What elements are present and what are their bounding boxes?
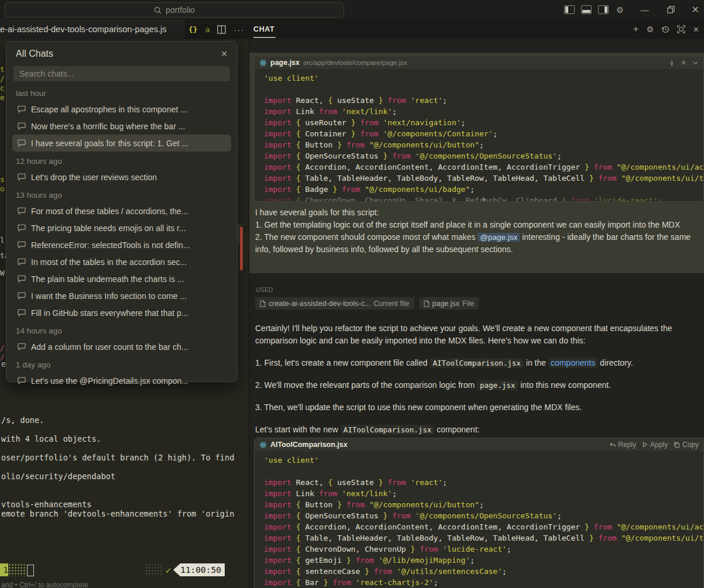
assistant-paragraph: Certainly! I'll help you refactor the sc…	[255, 322, 698, 347]
apply-button[interactable]: Apply	[642, 441, 668, 449]
close-window-button[interactable]: ✕	[691, 5, 700, 15]
terminal-line: oser/portfolio's default branch (2 high)…	[1, 453, 249, 462]
chat-history-item[interactable]: The pricing table needs emojis on all it…	[12, 219, 231, 236]
app-window: portfolio ⚙ — ✕ e-ai-assisted-dev-tools-…	[0, 0, 704, 588]
overflow-menu-icon[interactable]: ···	[233, 25, 244, 35]
settings-gear-icon[interactable]: ⚙	[615, 6, 625, 14]
terminal-cursor	[27, 565, 34, 576]
inlay-hints-toggle[interactable]: {}	[188, 25, 198, 34]
code-card-header: page.jsx src/app/devtools/compare/page.j…	[255, 56, 703, 69]
code-line: import React, { useState } from 'react';	[264, 477, 703, 488]
toggle-bottom-dock-icon[interactable]	[581, 5, 592, 14]
chat-history-item[interactable]: Let's drop the user reviews section	[12, 169, 231, 185]
code-line	[264, 466, 703, 477]
toggle-left-dock-icon[interactable]	[564, 5, 575, 14]
close-chat-icon[interactable]: ✕	[693, 25, 699, 34]
assistant-paragraph: Let's start with the new AIToolCompariso…	[255, 424, 698, 436]
code-line: import { Container } from '@/components/…	[264, 128, 703, 139]
code-block-aitoolcomparison: 'use client' import React, { useState } …	[255, 451, 703, 588]
code-line: import { Table, TableHeader, TableBody, …	[264, 532, 703, 544]
code-line: import { Table, TableHeader, TableBody, …	[264, 173, 703, 184]
assistant-paragraph: 1. First, let's create a new component f…	[255, 357, 698, 369]
assistant-paragraph: 3. Then, we'll update the script to use …	[255, 401, 698, 414]
tab-bar: e-ai-assisted-dev-tools-comparison-pages…	[0, 19, 704, 39]
used-label: USED	[256, 287, 273, 293]
code-line: 'use client'	[264, 455, 703, 466]
copy-button[interactable]: Copy	[674, 441, 699, 449]
editor-tab-label: e-ai-assisted-dev-tools-comparison-pages…	[0, 25, 166, 34]
code-line: import { OpenSourceStatus } from '@/comp…	[264, 510, 703, 521]
react-icon	[259, 59, 267, 67]
text-run: 1. Get the templating logic out of the s…	[255, 220, 680, 229]
chat-history-item[interactable]: I have several goals for this script: 1.…	[12, 135, 231, 152]
react-icon	[259, 441, 267, 449]
context-chip[interactable]: page.jsxFile	[419, 297, 479, 310]
close-popover-icon[interactable]: ✕	[221, 49, 228, 59]
text-run: Certainly! I'll help you refactor the sc…	[255, 324, 672, 345]
tab-chat[interactable]: CHAT	[253, 19, 274, 39]
terminal-line: with 4 local objects.	[1, 434, 249, 443]
split-editor-icon[interactable]	[217, 25, 226, 34]
chat-history-item[interactable]: In most of the tables in the accordion s…	[12, 253, 231, 270]
text-run: directory.	[597, 358, 633, 367]
code-line: import { Button } from "@/components/ui/…	[264, 139, 703, 150]
chat-history-item[interactable]: Let's use the @PricingDetails.jsx compon…	[12, 372, 231, 389]
chat-history-item[interactable]: I want the Business Info section to come…	[12, 287, 231, 304]
status-dither-right	[145, 563, 163, 576]
terminal-clock-badge: 11:00:50	[173, 563, 225, 576]
code-line: import { Badge } from "@/components/ui/b…	[264, 184, 703, 195]
text-run: I have several goals for this script:	[255, 208, 379, 217]
chat-history-item[interactable]: Now there's a horrific bug where the bar…	[12, 118, 231, 135]
all-chats-title: All Chats	[16, 49, 53, 59]
pin-icon[interactable]	[668, 59, 675, 66]
minimize-button[interactable]: —	[640, 6, 650, 14]
chat-history-item[interactable]: ReferenceError: selectedTools is not def…	[12, 236, 231, 253]
text-run: component:	[434, 425, 479, 434]
chat-group-label: last hour	[16, 89, 228, 98]
copy-icon	[674, 442, 680, 448]
code-line: import { Bar } from 'react-chartjs-2';	[264, 577, 703, 588]
chevron-down-icon[interactable]	[692, 60, 699, 66]
chat-search-input[interactable]	[13, 69, 230, 78]
text-run: 2. The new component should compose most…	[255, 232, 478, 242]
toggle-right-dock-icon[interactable]	[598, 5, 609, 14]
terminal-line: vtools-enhancements	[1, 500, 249, 509]
expand-chat-icon[interactable]	[677, 25, 685, 33]
code-line: import { OpenSourceStatus } from '@/comp…	[264, 150, 703, 161]
code-card-page-jsx: page.jsx src/app/devtools/compare/page.j…	[254, 56, 704, 202]
context-chip[interactable]: create-ai-assisted-dev-tools-c...Current…	[255, 297, 414, 310]
project-search-field[interactable]: portfolio	[5, 2, 344, 18]
terminal-line: /s, done.	[1, 415, 249, 425]
code-card-filename: page.jsx	[270, 59, 300, 67]
editor-tab[interactable]: e-ai-assisted-dev-tools-comparison-pages…	[0, 19, 185, 39]
code-line: 'use client'	[264, 73, 703, 84]
search-icon	[154, 6, 162, 14]
chat-history-item[interactable]: Fill in GitHub stars everywhere that tha…	[12, 304, 231, 321]
terminal-status-count: 1	[0, 563, 8, 576]
remove-context-icon[interactable]: ✕	[681, 59, 686, 67]
play-icon	[642, 442, 648, 448]
code-line: import React, { useState } from 'react';	[264, 95, 703, 106]
components-link[interactable]: components	[548, 357, 597, 368]
code-line: import { getEmoji } from '@/lib/emojiMap…	[264, 555, 703, 566]
chat-history-item[interactable]: Escape all apostrophes in this componet …	[12, 101, 231, 118]
chat-history-item[interactable]: For most of these tables / accordions, t…	[12, 202, 231, 219]
chat-settings-gear-icon[interactable]: ⚙	[647, 25, 654, 34]
chat-group-label: 13 hours ago	[16, 191, 228, 200]
terminal-status-bar: 1 ✓ 11:00:50	[0, 563, 249, 577]
chat-history-item[interactable]: The plain table underneath the charts is…	[12, 270, 231, 287]
code-line: import { Accordion, AccordionContent, Ac…	[264, 521, 703, 532]
terminal-hint: and • Ctrl+/ to autocomplete	[1, 581, 88, 588]
chat-history-item[interactable]: Add a column for user count to the bar c…	[12, 338, 231, 355]
code-card-filename: AIToolComparison.jsx	[270, 441, 348, 449]
restore-button[interactable]	[667, 6, 675, 13]
inline-code: AIToolComparison.jsx	[341, 425, 435, 435]
text-run: in the	[524, 358, 548, 367]
reply-button[interactable]: Reply	[609, 441, 636, 449]
new-chat-icon[interactable]: +	[633, 23, 639, 35]
user-message-block: page.jsx src/app/devtools/compare/page.j…	[249, 53, 704, 273]
hidden-tab-fragment: a	[205, 25, 210, 34]
chat-history-icon[interactable]	[661, 25, 669, 33]
code-block-page-jsx: 'use client' import React, { useState } …	[255, 69, 703, 202]
file-mention-chip[interactable]: @page.jsx	[478, 233, 520, 242]
